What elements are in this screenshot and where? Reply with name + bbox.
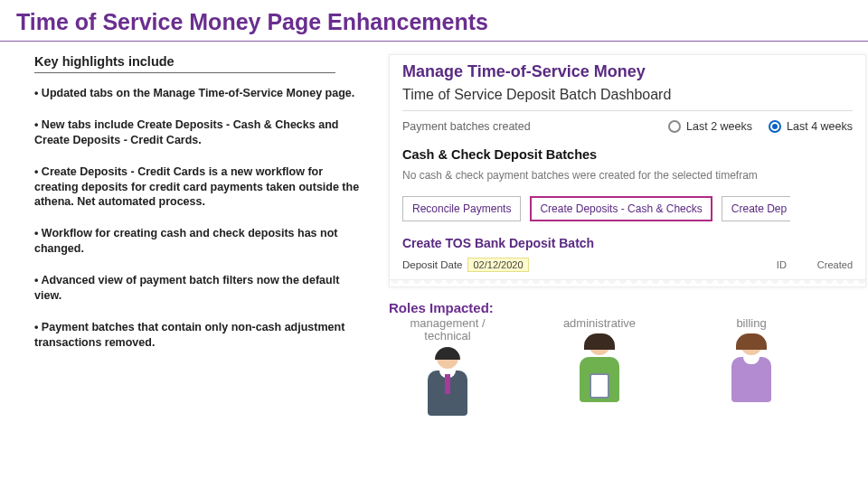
app-screenshot: Manage Time-of-Service Money Time of Ser… [389, 54, 866, 287]
person-icon [725, 333, 778, 411]
screenshot-subtitle: Time of Service Deposit Batch Dashboard [390, 85, 865, 110]
two-column-layout: Key highlights include Updated tabs on t… [0, 54, 868, 425]
role-management-technical: management / technical [394, 317, 501, 425]
page-title: Time of Service Money Page Enhancements [0, 0, 868, 42]
tab-create-deposits-cash-checks[interactable]: Create Deposits - Cash & Checks [530, 196, 712, 221]
radio-icon [668, 120, 681, 133]
section-heading: Cash & Check Deposit Batches [390, 142, 865, 165]
deposit-date-value[interactable]: 02/12/2020 [467, 258, 528, 272]
radio-icon [769, 120, 781, 133]
screenshot-title: Manage Time-of-Service Money [390, 55, 865, 85]
radio-label: Last 4 weeks [787, 120, 853, 133]
bullet-item: Create Deposits - Credit Cards is a new … [34, 164, 369, 211]
torn-edge-decoration [390, 279, 865, 286]
column-id: ID [777, 259, 787, 270]
radio-last-4-weeks[interactable]: Last 4 weeks [769, 120, 853, 133]
role-label: billing [698, 317, 805, 330]
divider [402, 110, 853, 111]
bullet-item: New tabs include Create Deposits - Cash … [34, 117, 369, 148]
tabs-row: Reconcile Payments Create Deposits - Cas… [390, 192, 865, 230]
person-icon [421, 347, 474, 425]
radio-label: Last 2 weeks [686, 120, 752, 133]
highlights-heading: Key highlights include [34, 54, 335, 73]
screenshot-column: Manage Time-of-Service Money Time of Ser… [389, 54, 868, 425]
batch-heading: Create TOS Bank Deposit Batch [390, 230, 865, 254]
bullet-item: Advanced view of payment batch filters n… [34, 273, 369, 304]
roles-heading: Roles Impacted: [389, 300, 868, 315]
radio-last-2-weeks[interactable]: Last 2 weeks [668, 120, 752, 133]
role-label: administrative [546, 317, 653, 330]
role-billing: billing [698, 317, 805, 425]
role-label: management / technical [394, 317, 501, 343]
bullet-item: Updated tabs on the Manage Time-of-Servi… [34, 86, 369, 101]
bullet-item: Payment batches that contain only non-ca… [34, 320, 369, 351]
person-icon [573, 333, 626, 411]
tab-reconcile-payments[interactable]: Reconcile Payments [402, 196, 521, 221]
filter-label: Payment batches created [402, 120, 652, 133]
filter-row: Payment batches created Last 2 weeks Las… [390, 118, 865, 142]
column-created: Created [817, 259, 853, 270]
clipboard-icon [590, 373, 609, 399]
highlights-column: Key highlights include Updated tabs on t… [34, 54, 369, 425]
role-administrative: administrative [546, 317, 653, 425]
batch-row: Deposit Date 02/12/2020 ID Created [390, 254, 865, 279]
empty-state-text: No cash & check payment batches were cre… [390, 165, 865, 192]
tab-create-deposits-credit-truncated[interactable]: Create Dep [722, 196, 790, 221]
deposit-date-label: Deposit Date [402, 259, 462, 270]
bullet-item: Workflow for creating cash and check dep… [34, 226, 369, 257]
roles-row: management / technical administrative [389, 317, 868, 425]
